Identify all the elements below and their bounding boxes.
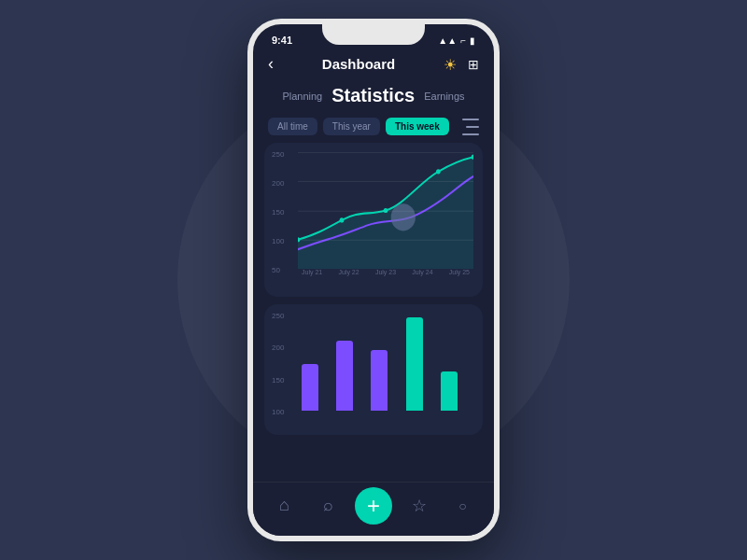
x-label-july24: July 24 xyxy=(412,269,432,275)
grid-line-2 xyxy=(298,181,473,182)
bar-teal-1 xyxy=(406,317,423,411)
line-chart-area xyxy=(298,152,473,269)
profile-icon: ○ xyxy=(458,498,466,513)
tab-bar: Planning Statistics Earnings xyxy=(253,81,494,114)
bar-group-2 xyxy=(336,341,365,411)
tab-planning[interactable]: Planning xyxy=(282,91,322,102)
status-time: 9:41 xyxy=(272,35,292,46)
bar-group-3 xyxy=(371,350,400,411)
x-label-july22: July 22 xyxy=(338,269,359,275)
add-icon: + xyxy=(367,493,380,519)
signal-icon: ▲▲ xyxy=(438,35,457,46)
grid-line-top xyxy=(298,152,473,153)
star-icon: ☆ xyxy=(412,496,427,516)
bar-group-5 xyxy=(441,371,470,411)
filter-settings-icon[interactable] xyxy=(457,119,479,135)
filter-this-week[interactable]: This week xyxy=(386,118,449,135)
bar-y-200: 200 xyxy=(272,343,284,352)
search-icon: ⌕ xyxy=(323,496,333,515)
line-chart-card: 250 200 150 100 50 xyxy=(264,143,483,297)
y-label-200: 200 xyxy=(272,179,284,188)
grid-line-4 xyxy=(298,240,473,241)
bar-purple-2 xyxy=(336,341,353,411)
y-label-250: 250 xyxy=(272,150,284,159)
x-label-july23: July 23 xyxy=(375,269,396,275)
header: ‹ Dashboard ☀ ⊞ xyxy=(253,50,494,81)
nav-profile[interactable]: ○ xyxy=(446,489,480,523)
bar-teal-2 xyxy=(441,371,458,411)
x-label-july25: July 25 xyxy=(449,269,470,275)
filter-all-time[interactable]: All time xyxy=(268,118,317,135)
bar-y-100: 100 xyxy=(272,408,284,416)
bar-purple-1 xyxy=(302,364,318,411)
nav-search[interactable]: ⌕ xyxy=(311,489,345,523)
status-icons: ▲▲ ⌐ ▮ xyxy=(438,35,475,46)
bar-chart-card: 250 200 150 100 xyxy=(264,304,483,435)
nav-home[interactable]: ⌂ xyxy=(267,489,301,523)
bar-y-150: 150 xyxy=(272,376,284,385)
phone-frame: 9:41 ▲▲ ⌐ ▮ ‹ Dashboard ☀ ⊞ Planning Sta… xyxy=(247,19,500,541)
home-icon: ⌂ xyxy=(279,496,289,515)
grid-line-3 xyxy=(298,211,473,212)
y-label-50: 50 xyxy=(272,266,284,274)
chart-tooltip-circle xyxy=(391,203,416,231)
svg-point-7 xyxy=(436,169,441,174)
x-axis-labels: July 21 July 22 July 23 July 24 July 25 xyxy=(298,269,473,275)
bar-y-axis: 250 200 150 100 xyxy=(272,312,284,416)
bar-purple-3 xyxy=(371,350,388,411)
filter-this-year[interactable]: This year xyxy=(323,118,380,135)
svg-point-5 xyxy=(340,217,345,222)
bottom-nav: ⌂ ⌕ + ☆ ○ xyxy=(253,482,494,536)
nav-add-button[interactable]: + xyxy=(355,487,392,525)
y-axis-labels: 250 200 150 100 50 xyxy=(272,150,284,274)
x-label-july21: July 21 xyxy=(302,269,322,275)
y-label-150: 150 xyxy=(272,208,284,217)
bar-group-4 xyxy=(406,317,435,411)
nav-favorites[interactable]: ☆ xyxy=(402,489,436,523)
bar-group-1 xyxy=(302,364,331,411)
y-label-100: 100 xyxy=(272,237,284,245)
wifi-icon: ⌐ xyxy=(460,35,466,46)
bars-container xyxy=(298,314,473,411)
theme-toggle-icon[interactable]: ☀ xyxy=(444,56,460,73)
filter-row: All time This year This week xyxy=(253,114,494,143)
back-button[interactable]: ‹ xyxy=(268,54,274,74)
battery-icon: ▮ xyxy=(470,35,475,46)
phone-notch xyxy=(322,24,425,45)
tab-earnings[interactable]: Earnings xyxy=(424,91,464,102)
header-title: Dashboard xyxy=(322,56,395,72)
header-actions: ☀ ⊞ xyxy=(444,56,479,73)
bar-y-250: 250 xyxy=(272,312,284,320)
tab-statistics[interactable]: Statistics xyxy=(331,85,415,106)
grid-view-icon[interactable]: ⊞ xyxy=(468,57,479,72)
